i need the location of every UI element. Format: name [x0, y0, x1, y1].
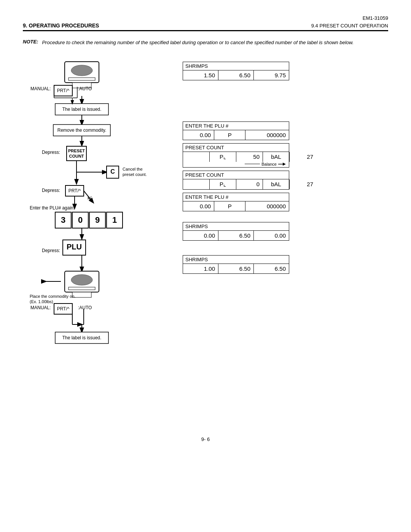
panel-cell-2: P: [214, 130, 245, 140]
panel-title: ENTER THE PLU #: [183, 193, 289, 201]
panel-cell-2: 0: [236, 179, 263, 189]
svg-rect-49: [68, 287, 95, 290]
panel-row: 0.00 P 000000: [183, 130, 289, 140]
header-right: EM1-31059: [23, 15, 388, 21]
panel-cell-ph: [183, 179, 210, 189]
svg-text:Enter the PLU# again.: Enter the PLU# again.: [30, 205, 75, 211]
svg-text:Depress:: Depress:: [42, 188, 60, 193]
panel-cell-1: P⌞: [210, 152, 236, 162]
svg-text:Place the commodity on.: Place the commodity on.: [30, 294, 75, 299]
panel-title: PRESET COUNT: [183, 144, 289, 152]
panel-cell-2: 6.50: [218, 231, 254, 240]
svg-marker-71: [283, 163, 286, 166]
svg-text:0: 0: [78, 215, 83, 225]
note-label: NOTE:: [23, 39, 38, 46]
svg-text:9: 9: [95, 215, 100, 225]
svg-text:Depress:: Depress:: [42, 150, 60, 155]
section-header: 9. OPERATING PROCEDURES 9.4 PRESET COUNT…: [23, 22, 388, 31]
svg-text:PRT/^: PRT/^: [57, 306, 70, 312]
svg-point-1: [71, 65, 92, 76]
panel-cell-1: 1.00: [183, 264, 218, 273]
page-footer: 9- 6: [23, 436, 388, 442]
panel-row: 0.00 P 000000: [183, 201, 289, 211]
panel-preset-count1: PRESET COUNT P⌞ 50 bAL 27 Balance: [183, 143, 289, 168]
panel-cell-1: P⌞: [210, 179, 236, 189]
panel-cell-3: bAL: [263, 152, 290, 162]
page-number: 9- 6: [201, 436, 210, 442]
svg-text:PLU: PLU: [67, 243, 82, 251]
svg-text:Depress:: Depress:: [42, 248, 60, 253]
svg-text:COUNT: COUNT: [69, 154, 84, 158]
balance-annotation: Balance: [183, 162, 289, 167]
svg-text:3: 3: [61, 215, 65, 225]
panel-row: 1.50 6.50 9.75: [183, 70, 289, 80]
panel-row: P⌞ 50 bAL 27: [183, 152, 289, 162]
svg-text:C: C: [110, 168, 115, 175]
svg-text:PRESET: PRESET: [68, 149, 85, 153]
svg-text::AUTO: :AUTO: [78, 86, 92, 91]
panel-title: SHRIMPS: [183, 222, 289, 231]
svg-text:The label is issued.: The label is issued.: [62, 107, 102, 112]
panel-row: 0.00 6.50 0.00: [183, 231, 289, 240]
panel-title: SHRIMPS: [183, 256, 289, 264]
svg-text:k/: k/: [88, 195, 92, 201]
display-panels: SHRIMPS 1.50 6.50 9.75 ENTER THE PLU # 0…: [183, 58, 388, 277]
panel-cell-3: 6.50: [254, 264, 289, 273]
panel-title: ENTER THE PLU #: [183, 122, 289, 130]
panel-cell-4: 27: [290, 179, 316, 189]
panel-cell-2: 50: [236, 152, 263, 162]
panel-cell-ph: [183, 152, 210, 162]
svg-point-48: [71, 275, 92, 285]
panel-enter-plu1: ENTER THE PLU # 0.00 P 000000: [183, 121, 289, 140]
panel-cell-1: 0.00: [183, 231, 218, 240]
svg-text:(Ex. 1.00lbs): (Ex. 1.00lbs): [30, 299, 53, 304]
note-block: NOTE: Procedure to check the remaining n…: [23, 39, 388, 46]
panel-cell-3: 000000: [245, 130, 289, 140]
panel-enter-plu2: ENTER THE PLU # 0.00 P 000000: [183, 193, 289, 211]
panel-title: PRESET COUNT: [183, 171, 289, 179]
svg-text:The label is issued.: The label is issued.: [62, 335, 102, 340]
panel-cell-3: 000000: [245, 201, 289, 211]
page: EM1-31059 9. OPERATING PROCEDURES 9.4 PR…: [23, 15, 388, 442]
panel-cell-3: 0.00: [254, 231, 289, 240]
panel-cell-3: bAL: [263, 179, 290, 189]
panel-cell-4: 27: [290, 152, 316, 162]
panel-title: SHRIMPS: [183, 62, 289, 70]
svg-text:MANUAL:: MANUAL:: [30, 86, 51, 91]
svg-text:PRT/^: PRT/^: [68, 188, 81, 193]
panel-cell-2: 6.50: [218, 264, 254, 273]
panel-preset-count2: PRESET COUNT P⌞ 0 bAL 27: [183, 171, 289, 190]
panel-shrimps2: SHRIMPS 0.00 6.50 0.00: [183, 222, 289, 241]
flow-diagram: MANUAL: PRT/^ :AUTO The label is issued.…: [23, 58, 167, 421]
balance-arrow-icon: [278, 162, 286, 166]
svg-text:Remove the commodity.: Remove the commodity.: [57, 128, 107, 133]
svg-text:preset count.: preset count.: [123, 172, 147, 177]
panel-shrimps3: SHRIMPS 1.00 6.50 6.50: [183, 255, 289, 274]
main-content: MANUAL: PRT/^ :AUTO The label is issued.…: [23, 58, 388, 421]
panel-row: P⌞ 0 bAL 27: [183, 179, 289, 189]
section-title: 9. OPERATING PROCEDURES: [23, 22, 99, 29]
panel-cell-2: P: [214, 201, 245, 211]
svg-text:1: 1: [112, 215, 117, 225]
note-text: Procedure to check the remaining number …: [42, 39, 354, 46]
svg-rect-2: [68, 78, 95, 80]
svg-text:PRT/^: PRT/^: [57, 88, 70, 93]
svg-text::AUTO: :AUTO: [78, 305, 92, 310]
panel-cell-3: 9.75: [254, 70, 289, 80]
doc-number: EM1-31059: [363, 15, 388, 21]
panel-cell-1: 0.00: [183, 130, 214, 140]
panel-cell-1: 0.00: [183, 201, 214, 211]
panel-shrimps1: SHRIMPS 1.50 6.50 9.75: [183, 62, 289, 80]
svg-text:Cancel the: Cancel the: [123, 167, 143, 171]
section-sub: 9.4 PRESET COUNT OPERATION: [311, 23, 388, 29]
svg-text:MANUAL:: MANUAL:: [30, 305, 51, 310]
panel-row: 1.00 6.50 6.50: [183, 264, 289, 273]
flow-svg: MANUAL: PRT/^ :AUTO The label is issued.…: [23, 58, 167, 420]
panel-cell-1: 1.50: [183, 70, 218, 80]
panel-cell-2: 6.50: [218, 70, 254, 80]
